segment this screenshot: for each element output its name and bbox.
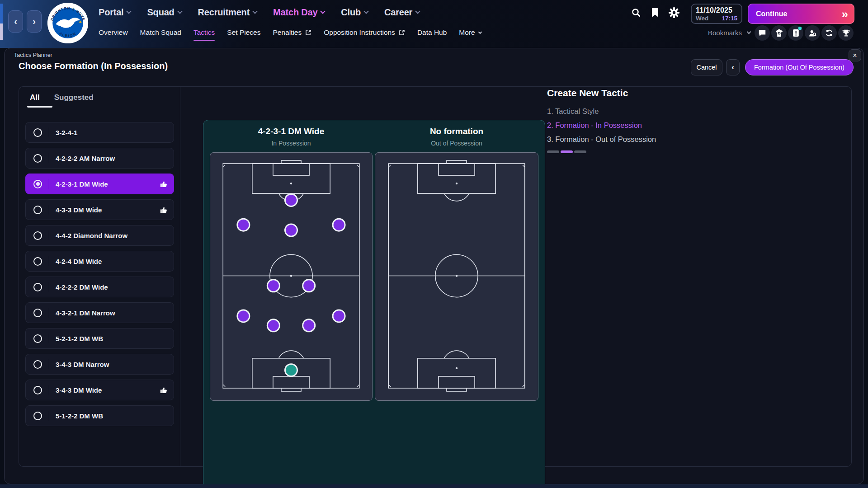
sub-nav-label: More <box>459 28 475 37</box>
formation-option[interactable]: 4-2-4 DM Wide <box>25 251 174 272</box>
wizard-steps: 1. Tactical Style2. Formation - In Posse… <box>547 104 845 146</box>
search-icon[interactable] <box>630 7 642 18</box>
sub-nav-item[interactable]: Penalties <box>273 28 311 37</box>
formation-option[interactable]: 4-3-2-1 DM Narrow <box>25 302 174 323</box>
next-step-button[interactable]: Formation (Out Of Possession) <box>745 59 854 75</box>
sub-nav-label: Overview <box>99 28 128 37</box>
player-dot-gk[interactable] <box>285 364 297 376</box>
scouting-icon[interactable] <box>805 25 820 41</box>
edge-strip-blue <box>0 4 3 23</box>
progress-segment <box>561 150 573 153</box>
close-button[interactable]: × <box>849 49 861 61</box>
sub-nav-item[interactable]: Overview <box>99 28 128 37</box>
formation-option[interactable]: 4-2-2-2 DM Wide <box>25 277 174 297</box>
formation-option[interactable]: 4-3-3 DM Wide <box>25 199 174 220</box>
formation-option[interactable]: 4-2-3-1 DM Wide <box>25 174 174 194</box>
formation-option[interactable]: 5-1-2-2 DM WB <box>25 405 174 426</box>
pitch-in-possession[interactable] <box>210 152 373 401</box>
settings-gear-icon[interactable] <box>668 7 679 18</box>
messages-icon[interactable] <box>755 25 770 41</box>
divider <box>49 411 49 421</box>
formation-label: 3-4-3 DM Narrow <box>56 361 109 368</box>
player-dot[interactable] <box>267 319 279 332</box>
main-nav-item[interactable]: Squad <box>147 7 181 18</box>
chevron-down-icon <box>252 9 257 14</box>
continue-button[interactable]: Continue » <box>748 4 854 24</box>
wizard-step[interactable]: 2. Formation - In Possession <box>547 118 845 132</box>
pitch-preview-panel: 4-2-3-1 DM Wide In Possession No formati… <box>203 120 545 488</box>
sub-nav-item[interactable]: More <box>459 28 481 37</box>
player-dot[interactable] <box>285 224 297 236</box>
game-day: Wed <box>696 15 708 22</box>
formation-tabs: All Suggested <box>30 93 94 108</box>
sub-nav-item[interactable]: Opposition Instructions <box>324 28 405 37</box>
kit-shirt-icon[interactable] <box>771 25 787 41</box>
divider <box>49 230 49 240</box>
club-badge[interactable]: BRIGHTON & HOVE ALBION <box>47 2 89 44</box>
game-datetime[interactable]: 11/10/2025 Wed 17:15 <box>691 4 742 24</box>
divider <box>49 333 49 343</box>
main-nav-item[interactable]: Portal <box>99 7 131 18</box>
player-dot[interactable] <box>285 194 297 206</box>
radio-icon <box>33 334 42 343</box>
chevron-down-icon <box>747 30 751 34</box>
main-nav-item[interactable]: Recruitment <box>198 7 257 18</box>
player-dot[interactable] <box>303 319 315 332</box>
bookmarks-dropdown[interactable]: Bookmarks <box>708 29 750 37</box>
chevron-down-icon <box>415 9 420 14</box>
pitch-title: 4-2-3-1 DM Wide <box>210 127 373 136</box>
divider <box>49 359 49 369</box>
formation-option[interactable]: 3-2-4-1 <box>25 122 174 143</box>
player-dot[interactable] <box>303 280 315 292</box>
pitch-diagram <box>216 158 367 395</box>
formation-option[interactable]: 5-2-1-2 DM WB <box>25 328 174 349</box>
player-dot[interactable] <box>237 219 250 231</box>
wizard-step[interactable]: 3. Formation - Out of Possession <box>547 132 845 146</box>
main-nav-item[interactable]: Match Day <box>273 7 325 18</box>
edge-strip-light <box>0 23 3 40</box>
cancel-button[interactable]: Cancel <box>691 59 722 75</box>
tactics-planner-modal: Tactics Planner Choose Formation (In Pos… <box>4 48 864 484</box>
main-nav-item[interactable]: Club <box>341 7 368 18</box>
trophy-icon[interactable] <box>838 25 854 41</box>
formation-option[interactable]: 3-4-3 DM Narrow <box>25 354 174 375</box>
main-nav-label: Squad <box>147 7 174 18</box>
radio-icon <box>33 180 42 188</box>
progress-segment <box>547 150 559 153</box>
formation-option[interactable]: 4-4-2 Diamond Narrow <box>25 225 174 246</box>
player-dot[interactable] <box>333 219 345 231</box>
progress-segment <box>574 150 586 153</box>
main-nav: Portal Squad Recruitment Match Day Club … <box>99 0 420 24</box>
formation-option[interactable]: 4-2-2-2 AM Narrow <box>25 148 174 169</box>
radio-icon <box>33 360 42 369</box>
sub-nav-item[interactable]: Match Squad <box>140 28 181 37</box>
sync-icon[interactable] <box>821 25 837 41</box>
formation-list-panel: All Suggested 3-2-4-1 4-2-2-2 AM Narrow … <box>19 87 180 466</box>
player-dot[interactable] <box>333 310 345 322</box>
sub-nav-item[interactable]: Tactics <box>193 28 215 37</box>
previous-step-button[interactable]: ‹ <box>726 59 740 75</box>
page-bottom-strip <box>0 484 868 488</box>
sub-nav-item[interactable]: Data Hub <box>417 28 447 37</box>
top-bar: ‹ › BRIGHTON & HOVE ALBION Po <box>0 0 868 48</box>
pitch-diagram <box>381 158 533 395</box>
history-back-button[interactable]: ‹ <box>8 10 23 33</box>
player-dot[interactable] <box>267 280 279 292</box>
pitch-header-in-possession: 4-2-3-1 DM Wide In Possession <box>210 127 373 147</box>
sub-nav-label: Tactics <box>193 28 215 37</box>
history-forward-button[interactable]: › <box>27 10 42 33</box>
chevron-down-icon <box>363 9 368 14</box>
wizard-step[interactable]: 1. Tactical Style <box>547 104 845 118</box>
player-dot[interactable] <box>237 310 250 322</box>
pitch-header-out-of-possession: No formation Out of Possession <box>375 127 538 147</box>
formation-option[interactable]: 3-4-3 DM Wide <box>25 380 174 400</box>
tab-all[interactable]: All <box>30 93 40 108</box>
main-nav-item[interactable]: Career <box>384 7 420 18</box>
divider <box>49 308 49 318</box>
pitch-out-of-possession[interactable] <box>375 152 538 401</box>
report-card-icon[interactable] <box>788 25 803 41</box>
sub-nav-item[interactable]: Set Pieces <box>227 28 260 37</box>
radio-icon <box>33 154 42 163</box>
bookmark-icon[interactable] <box>649 7 660 18</box>
tab-suggested[interactable]: Suggested <box>54 93 94 108</box>
